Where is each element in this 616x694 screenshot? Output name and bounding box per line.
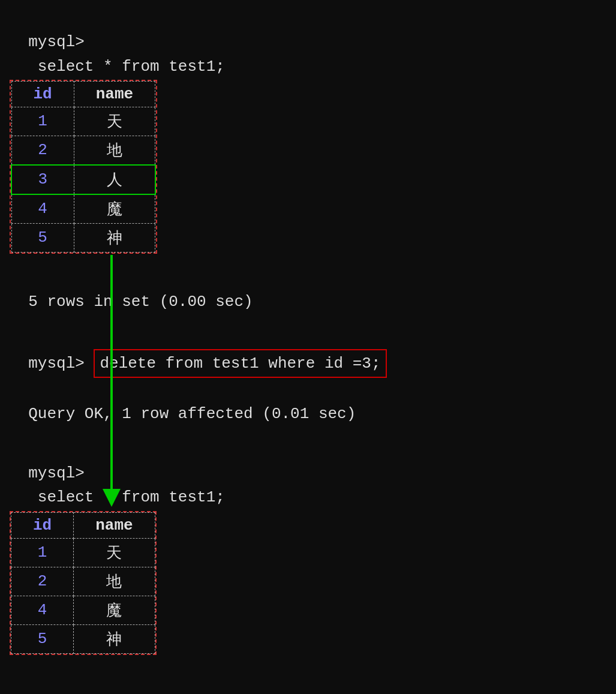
table1-cell-id-2: 2 xyxy=(11,136,74,165)
table2: id name 1 天 2 地 4 魔 5 神 xyxy=(11,512,155,654)
delete-result-text: Query OK, 1 row affected (0.01 sec) xyxy=(28,405,356,423)
prompt1: mysql> xyxy=(28,33,85,51)
table2-row-4: 4 魔 xyxy=(11,596,155,624)
table1-cell-name-3: 人 xyxy=(74,165,155,194)
table1-cell-name-2: 地 xyxy=(74,136,155,165)
table1-header-name: name xyxy=(74,81,155,107)
table1: id name 1 天 2 地 3 人 4 魔 5 神 xyxy=(11,81,156,253)
delete-command: delete from test1 where id =3; xyxy=(100,354,380,372)
table2-row-5: 5 神 xyxy=(11,624,155,653)
prompt3: mysql> xyxy=(28,464,85,482)
table2-row-1: 1 天 xyxy=(11,538,155,567)
table1-row-5: 5 神 xyxy=(11,223,155,252)
table1-row-1: 1 天 xyxy=(11,107,155,136)
table1-cell-id-4: 4 xyxy=(11,194,74,224)
table2-cell-name-4: 魔 xyxy=(74,596,155,624)
table2-wrapper: id name 1 天 2 地 4 魔 5 神 xyxy=(10,511,157,655)
table2-cell-name-2: 地 xyxy=(74,567,155,596)
table1-cell-id-1: 1 xyxy=(11,107,74,136)
result2-line: 4 rows in set (0.00 sec) xyxy=(10,667,606,694)
table1-cell-name-4: 魔 xyxy=(74,194,155,224)
table1-cell-id-3: 3 xyxy=(11,165,74,194)
table2-cell-name-1: 天 xyxy=(74,538,155,567)
table2-header-row: id name xyxy=(11,512,155,538)
table2-row-2: 2 地 xyxy=(11,567,155,596)
prompt2: mysql> xyxy=(28,354,94,372)
table2-cell-name-5: 神 xyxy=(74,624,155,653)
table1-row-3-highlighted: 3 人 xyxy=(11,165,155,194)
svg-marker-1 xyxy=(103,489,121,507)
table2-cell-id-4: 4 xyxy=(11,596,74,624)
delete-cmd-box: delete from test1 where id =3; xyxy=(94,349,386,378)
result1-text: 5 rows in set (0.00 sec) xyxy=(28,293,253,311)
table1-header-row: id name xyxy=(11,81,155,107)
query1-command: select * from test1; xyxy=(28,58,225,76)
table1-cell-id-5: 5 xyxy=(11,223,74,252)
table1-cell-name-1: 天 xyxy=(74,107,155,136)
query1-line: mysql> select * from test1; xyxy=(10,6,606,79)
table2-cell-id-5: 5 xyxy=(11,624,74,653)
table1-row-4: 4 魔 xyxy=(11,194,155,224)
table1-wrapper: id name 1 天 2 地 3 人 4 魔 5 神 xyxy=(10,80,157,254)
table2-header-id: id xyxy=(11,512,74,538)
table1-cell-name-5: 神 xyxy=(74,223,155,252)
table2-cell-id-1: 1 xyxy=(11,538,74,567)
table1-row-2: 2 地 xyxy=(11,136,155,165)
table2-cell-id-2: 2 xyxy=(11,567,74,596)
green-arrow-svg xyxy=(94,255,130,519)
table1-header-id: id xyxy=(11,81,74,107)
